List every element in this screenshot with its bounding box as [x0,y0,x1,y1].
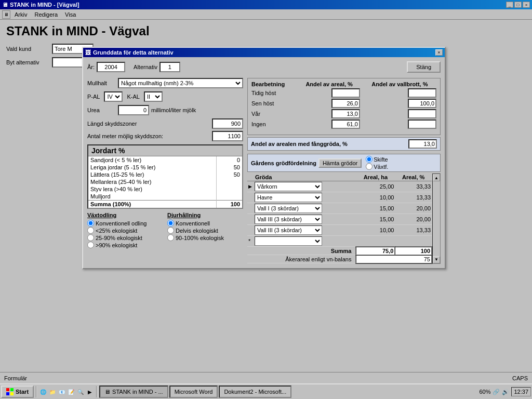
dialog-icon: 🖼 [85,49,91,56]
table-row: * [247,236,432,247]
title-bar: 🖥 STANK in MIND - [Vägval] _ □ × [0,0,532,9]
vaxtodling-label-2: 25-90% ekologiskt [96,235,142,241]
bearbetning-row3-areal[interactable] [331,119,360,129]
logo-blue [6,392,9,395]
djurhallning-radio-2[interactable] [167,234,174,241]
skifte-radio-row: Skifte [366,156,388,163]
antal-meter-input[interactable] [212,131,243,141]
fanggröda-input[interactable] [408,139,437,149]
table-row: ▶ Vårkorn 25,00 33,33 [247,181,432,192]
ar-label: År: [87,64,95,70]
alternativ-label: Alternativ [134,64,157,70]
vaxtodling-radio-2[interactable] [87,234,94,241]
bearbetning-row0-vallbrott[interactable] [408,88,436,98]
scroll-up-button[interactable]: ▲ [433,174,440,181]
kal-select[interactable]: IIIIIIIVV [144,91,163,102]
vaxtodling-radio-3[interactable] [87,242,94,248]
jordart-summa-value: 100 [216,201,242,208]
table-row: Vall III (3 skördar) 15,00 20,00 [247,214,432,225]
urea-input[interactable] [118,105,149,115]
dialog-header: År: Alternativ Stäng [87,61,441,73]
langd-skyddszoner-input[interactable] [212,118,243,129]
vaxtodling-title: Växtodling [87,212,163,218]
taskbar-separator [36,386,37,397]
bearbetning-row1-vallbrott[interactable] [408,99,436,108]
bearbetning-row1-areal[interactable] [331,99,360,108]
taskbar-notepad-icon[interactable]: 📝 [67,388,75,396]
dialog-body: År: Alternativ Stäng Mullhalt Något mull… [83,57,445,268]
vaxtodling-option-0: Konventionell odling [87,220,163,227]
langd-skyddszoner-row: Längd skyddszoner [87,118,243,129]
menu-arkiv[interactable]: Arkiv [11,10,30,19]
menu-bar: 🖥 Arkiv Redigera Visa [0,9,532,20]
djurhallning-option-0: Konventionell [167,220,243,227]
grodf-select-3[interactable]: Vall III (3 skördar) [255,215,322,224]
grodf-areal-3: 15,00 [356,214,395,225]
hamta-grödor-button[interactable]: Hämta grödor [318,158,362,168]
djurhallning-radio-1[interactable] [167,227,174,234]
taskbar-folder-icon[interactable]: 📁 [48,388,57,396]
grodf-pct-0: 33,33 [395,181,432,192]
pal-select[interactable]: IIIIIIIVV [104,91,123,102]
grodfordelning-scrollbar[interactable]: ▲ ▼ [432,174,441,264]
close-button[interactable]: × [523,2,530,8]
maximize-button[interactable]: □ [514,2,522,8]
vaxtf-radio[interactable] [366,163,373,170]
taskbar-search-icon[interactable]: 🔍 [76,388,85,396]
pal-label: P-AL [87,94,100,100]
grodf-summa-label: Summa [254,247,356,255]
langd-skyddszoner-label: Längd skyddszoner [87,121,210,127]
skifte-label: Skifte [374,156,388,163]
grodf-select-new[interactable] [255,236,322,246]
bearbetning-row3-vallbrott[interactable] [408,119,436,129]
djurhallning-box: Djurhållning Konventionell Delvis ekolog… [167,212,243,249]
bearbetning-row2-vallbrott[interactable] [408,109,436,118]
taskbar-ie-icon[interactable]: 🌐 [39,388,47,396]
bearbetning-row2-areal[interactable] [331,109,360,118]
jordart-value-0: 0 [216,156,242,164]
bearbetning-col2: Andel av vallbrott, % [362,81,438,88]
grodf-select-4[interactable]: Vall III (3 skördar) [255,225,322,235]
taskbar-doc-button[interactable]: Dokument2 - Microsoft... [219,385,291,398]
table-row: Vår [250,109,438,119]
bearbetning-row0-areal[interactable] [331,88,360,98]
vaxtodling-radio-0[interactable] [87,220,94,227]
jordart-label-2: Lättlera (15-25 % ler) [88,171,216,178]
menu-redigera[interactable]: Redigera [31,10,61,19]
menu-visa[interactable]: Visa [62,10,79,19]
minimize-button[interactable]: _ [506,2,513,8]
vaxtodling-label-1: <25% ekologiskt [96,228,137,234]
grodf-pct-1: 13,33 [395,192,432,203]
dialog-columns: Mullhalt Något mullhaltig (nmh) 2-3% Mul… [87,78,441,264]
pal-kal-row: P-AL IIIIIIIVV K-AL IIIIIIIVV [87,91,243,102]
jordart-label-4: Styv lera (>40 % ler) [88,185,216,193]
taskbar-run-icon[interactable]: ▶ [86,388,94,396]
grodf-select-2[interactable]: Vall I (3 skördar) [255,204,322,213]
stang-button[interactable]: Stäng [407,61,441,73]
byt-alternativ-input[interactable] [52,57,83,68]
skifte-radio[interactable] [366,156,373,163]
grodf-select-0[interactable]: Vårkorn [255,182,322,191]
scroll-down-button[interactable]: ▼ [433,256,440,263]
jordart-label-3: Mellanlera (25-40 % ler) [88,178,216,185]
taskbar-word-label: Microsoft Word [175,389,213,395]
fanggröda-row: Andel av arealen med fånggröda, % [247,137,441,151]
urea-label: Urea [87,107,116,113]
jordart-summa-row: Summa (100%) 100 [88,201,242,208]
taskbar-mail-icon[interactable]: 📧 [58,388,66,396]
taskbar-stank-button[interactable]: 🖥 STANK in MIND - ... [99,385,168,398]
mullhalt-select[interactable]: Något mullhaltig (nmh) 2-3% Mullfattig <… [118,78,243,88]
byt-alternativ-label: Byt alternativ [6,59,48,65]
alternativ-input[interactable] [159,62,180,72]
jordart-value-1: 50 [216,164,242,171]
djurhallning-radio-0[interactable] [167,220,174,227]
dialog-close-button[interactable]: × [435,49,443,56]
vaxtodling-radio-1[interactable] [87,227,94,234]
taskbar-word-button[interactable]: Microsoft Word [169,385,218,398]
start-button[interactable]: Start [1,385,34,398]
table-row: Leriga jordar (5 -15 % ler) 50 [88,164,242,171]
antal-meter-row: Antal meter möjlig skyddszon: [87,131,243,141]
grodf-select-1[interactable]: Havre [255,193,322,202]
ar-input[interactable] [97,62,125,72]
urea-unit: millimol/liter mjölk [151,107,196,113]
